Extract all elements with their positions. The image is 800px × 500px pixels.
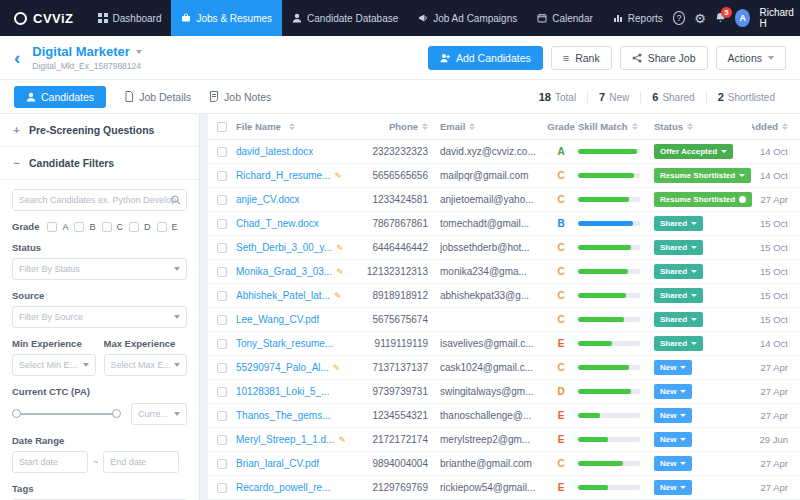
min-exp-select[interactable]: Select Min E... [12,354,96,376]
status-pill[interactable]: New [654,480,692,495]
status-pill[interactable]: Shared [654,264,703,279]
file-link[interactable]: 10128381_Loki_5_... [236,386,329,397]
row-checkbox[interactable] [217,291,227,301]
grade-checkbox-a[interactable] [47,222,57,232]
file-link[interactable]: Brian_laral_CV.pdf [236,458,319,469]
row-checkbox[interactable] [217,267,227,277]
nav-item-dashboard[interactable]: Dashboard [88,0,172,36]
grade-checkbox-d[interactable] [129,222,139,232]
sort-icon[interactable] [422,123,428,130]
candidate-filters-section-toggle[interactable]: − Candidate Filters [0,147,199,180]
max-exp-select[interactable]: Select Max E... [104,354,188,376]
column-header-added[interactable]: Added [752,121,800,132]
job-title-caret-icon[interactable] [136,50,142,54]
grade-checkbox-e[interactable] [157,222,167,232]
row-checkbox[interactable] [217,435,227,445]
row-checkbox[interactable] [217,171,227,181]
add-candidates-button[interactable]: Add Candidates [428,46,543,70]
actions-button[interactable]: Actions [716,46,786,70]
sort-icon[interactable] [632,123,638,130]
sort-icon[interactable] [289,123,295,130]
file-link[interactable]: david_latest.docx [236,146,313,157]
notifications-bell[interactable]: 5 [715,12,726,25]
source-filter-select[interactable]: Filter By Source [12,306,187,328]
prescreening-section-toggle[interactable]: + Pre-Screening Questions [0,114,199,147]
edit-icon[interactable]: ✎ [334,291,342,301]
status-pill[interactable]: Shared [654,288,703,303]
nav-item-job-ad-campaigns[interactable]: Job Ad Campaigns [408,0,527,36]
search-input[interactable] [12,189,187,211]
column-header-status[interactable]: Status [654,121,752,132]
row-checkbox[interactable] [217,315,227,325]
edit-icon[interactable]: ✎ [336,267,344,277]
file-link[interactable]: Seth_Derbi_3_00_y... [236,242,332,253]
tab-job-details[interactable]: Job Details [124,91,191,103]
sort-icon[interactable] [782,123,788,130]
row-checkbox[interactable] [217,387,227,397]
file-link[interactable]: Monika_Grad_3_03... [236,266,332,277]
column-header-email[interactable]: Email [440,121,544,132]
column-header-phone[interactable]: Phone [360,121,440,132]
file-link[interactable]: Meryl_Streep_1_1.d... [236,434,334,445]
status-pill[interactable]: New [654,408,692,423]
row-checkbox[interactable] [217,195,227,205]
edit-icon[interactable]: ✎ [334,171,342,181]
tab-job-notes[interactable]: Job Notes [209,91,271,103]
share-job-button[interactable]: Share Job [620,46,708,70]
status-filter-select[interactable]: Filter By Status [12,258,187,280]
file-link[interactable]: Tony_Stark_resume... [236,338,333,349]
row-checkbox[interactable] [217,243,227,253]
slider-handle-min[interactable] [12,409,21,418]
row-checkbox[interactable] [217,363,227,373]
row-checkbox[interactable] [217,147,227,157]
status-pill[interactable]: Resume Shortlisted [654,168,751,183]
gear-icon[interactable]: ⚙ [694,12,706,25]
job-title[interactable]: Digital Marketer [32,44,130,59]
grade-checkbox-b[interactable] [74,222,84,232]
file-link[interactable]: anjie_CV.docx [236,194,300,205]
nav-item-jobs-resumes[interactable]: Jobs & Resumes [171,0,282,36]
user-name[interactable]: Richard H [759,7,798,29]
nav-item-calendar[interactable]: Calendar [527,0,603,36]
file-link[interactable]: Thanos_The_gems... [236,410,331,421]
help-icon[interactable]: ? [673,11,685,25]
row-checkbox[interactable] [217,411,227,421]
avatar[interactable]: A [735,9,751,27]
sort-icon[interactable] [687,123,693,130]
file-link[interactable]: Lee_Wang_CV.pdf [236,314,319,325]
ctc-select[interactable]: Curre... [131,403,187,425]
row-checkbox[interactable] [217,483,227,493]
back-button[interactable]: ‹ [14,48,20,67]
file-link[interactable]: Abhishek_Patel_lat... [236,290,330,301]
status-pill[interactable]: New [654,384,692,399]
status-pill[interactable]: Resume Shortlisted [654,192,752,207]
status-pill[interactable]: Shared [654,240,703,255]
row-checkbox[interactable] [217,339,227,349]
start-date-input[interactable] [12,451,88,473]
tab-candidates[interactable]: Candidates [14,86,106,108]
select-all-checkbox[interactable] [217,122,227,132]
nav-item-reports[interactable]: Reports [603,0,673,36]
column-header-file-name[interactable]: File Name [236,121,360,132]
row-checkbox[interactable] [217,459,227,469]
sort-icon[interactable] [469,123,475,130]
app-logo[interactable]: CVViZ [0,0,88,36]
column-header-skill-match[interactable]: Skill Match [578,121,654,132]
ctc-range-slider[interactable] [16,413,117,415]
file-link[interactable]: 55290974_Palo_Al... [236,362,329,373]
end-date-input[interactable] [103,451,179,473]
edit-icon[interactable]: ✎ [336,243,344,253]
edit-icon[interactable]: ✎ [333,363,341,373]
status-pill[interactable]: Shared [654,336,703,351]
status-pill[interactable]: Shared [654,312,703,327]
status-pill[interactable]: New [654,360,692,375]
edit-icon[interactable]: ✎ [338,435,346,445]
file-link[interactable]: Chad_T_new.docx [236,218,319,229]
status-pill[interactable]: Offer Accepted [654,144,733,159]
status-pill[interactable]: Shared [654,216,703,231]
nav-item-candidate-database[interactable]: Candidate Database [282,0,408,36]
rank-button[interactable]: ≡ Rank [551,46,612,70]
column-header-grade[interactable]: Grade [544,121,578,132]
status-pill[interactable]: New [654,456,692,471]
slider-handle-max[interactable] [112,409,121,418]
